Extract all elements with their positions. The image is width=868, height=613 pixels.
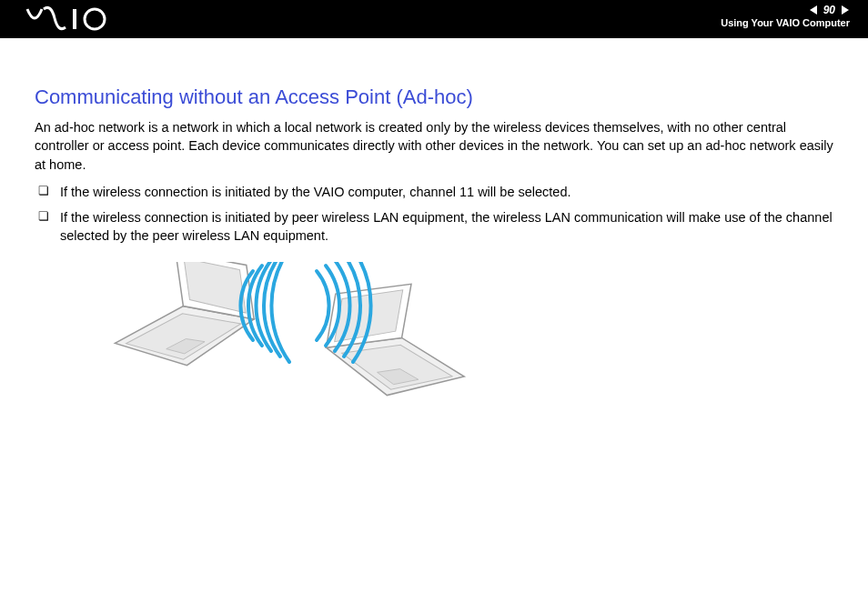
svg-marker-2: [810, 5, 817, 15]
header-right: 90 Using Your VAIO Computer: [721, 4, 850, 28]
intro-paragraph: An ad-hoc network is a network in which …: [35, 118, 841, 174]
nav-prev-icon[interactable]: [809, 5, 820, 15]
svg-rect-0: [73, 9, 76, 29]
svg-marker-3: [842, 5, 849, 15]
page-content: Communicating without an Access Point (A…: [0, 38, 868, 426]
page-number: 90: [823, 4, 835, 16]
section-name: Using Your VAIO Computer: [721, 17, 850, 28]
nav-next-icon[interactable]: [839, 5, 850, 15]
header-bar: 90 Using Your VAIO Computer: [0, 0, 868, 38]
bullet-list: If the wireless connection is initiated …: [35, 183, 841, 246]
svg-point-1: [85, 9, 105, 29]
list-item: If the wireless connection is initiated …: [35, 208, 841, 246]
page-nav: 90: [721, 4, 850, 16]
wireless-waves-left-icon: [240, 262, 289, 362]
adhoc-diagram: [71, 262, 471, 426]
page-title: Communicating without an Access Point (A…: [35, 85, 841, 109]
vaio-logo: [25, 5, 116, 39]
laptop-left-icon: [104, 262, 259, 375]
list-item: If the wireless connection is initiated …: [35, 183, 841, 201]
